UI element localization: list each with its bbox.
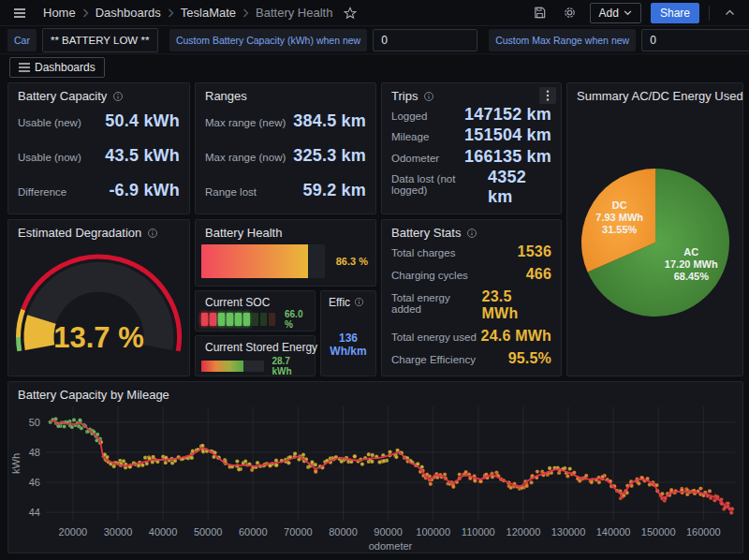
stat-row-value: -6.9 kWh: [109, 181, 180, 200]
svg-text:17.20 MWh: 17.20 MWh: [665, 258, 718, 270]
top-actions: Add Share: [530, 3, 740, 23]
stat-row: Range lost59.2 km: [205, 181, 366, 200]
stat-row-value: 59.2 km: [303, 181, 366, 200]
svg-text:130000: 130000: [551, 526, 586, 538]
lcd-cells: [201, 313, 275, 326]
svg-text:30000: 30000: [104, 526, 133, 538]
bar-gauge-track: [201, 361, 264, 372]
custom-capacity-label: Custom Battery Capacity (kWh) when new: [169, 29, 367, 52]
stat-row: Total energy used24.6 MWh: [391, 328, 551, 345]
svg-text:80000: 80000: [329, 526, 358, 538]
pie-chart: AC17.20 MWh68.45%DC7.93 MWh31.55%: [567, 102, 742, 374]
breadcrumb-dashboards[interactable]: Dashboards: [95, 6, 161, 20]
bar-gauge-track: [201, 244, 325, 278]
panel-title[interactable]: Battery Capacity: [18, 89, 107, 103]
stat-row-label: Max range (new): [205, 117, 286, 128]
divider: [709, 6, 710, 21]
svg-text:46: 46: [29, 477, 40, 488]
svg-text:50000: 50000: [194, 526, 223, 538]
panel-current-stored-energy: Current Stored Energy 28.7 kWh: [195, 335, 316, 376]
star-icon[interactable]: [340, 3, 360, 23]
lcd-cell: [201, 313, 208, 326]
breadcrumb-home[interactable]: Home: [43, 6, 76, 20]
panel-title[interactable]: Battery Stats: [391, 226, 461, 240]
panel-title[interactable]: Summary AC/DC Energy Used: [577, 89, 743, 103]
stat-row-label: Usable (now): [18, 152, 81, 163]
car-variable-value: ** BATTERY LOW **: [51, 35, 149, 46]
breadcrumb-teslamate[interactable]: TeslaMate: [181, 6, 236, 20]
panel-title[interactable]: Estimated Degradation: [18, 226, 141, 240]
stat-row-label: Charging cycles: [391, 270, 468, 281]
share-button[interactable]: Share: [651, 3, 699, 23]
gear-icon[interactable]: [560, 3, 580, 23]
svg-text:44: 44: [29, 507, 40, 518]
panel-title[interactable]: Current SOC: [205, 296, 270, 309]
svg-text:70000: 70000: [284, 526, 313, 538]
panel-title[interactable]: Trips: [391, 89, 418, 103]
stat-rows: Logged147152 kmMileage151504 kmOdometer1…: [391, 104, 551, 208]
info-icon[interactable]: [112, 91, 124, 102]
stat-row-value: 50.4 kWh: [105, 111, 180, 131]
timeseries-chart[interactable]: 4446485020000300004000050000600007000080…: [10, 401, 741, 553]
stat-row: Max range (new)384.5 km: [205, 111, 366, 131]
stat-row-label: Charge Efficiency: [391, 354, 476, 365]
breadcrumb: Home Dashboards TeslaMate Battery Health: [43, 6, 332, 20]
lcd-cell: [243, 313, 250, 326]
chevron-right-icon: [242, 8, 249, 18]
stat-row-label: Odometer: [391, 153, 439, 164]
kebab-menu-icon[interactable]: [539, 87, 556, 104]
save-icon[interactable]: [530, 3, 551, 23]
stat-row: Total charges1536: [391, 243, 551, 260]
stat-row-label: Difference: [18, 186, 66, 198]
list-icon: [19, 63, 30, 72]
info-icon[interactable]: [354, 297, 364, 307]
svg-text:120000: 120000: [507, 526, 541, 538]
svg-text:68.45%: 68.45%: [674, 271, 710, 282]
info-icon[interactable]: [423, 91, 434, 102]
panel-title[interactable]: Current Stored Energy: [205, 341, 317, 354]
custom-range-input[interactable]: [641, 29, 749, 52]
svg-text:7.93 MWh: 7.93 MWh: [595, 212, 643, 223]
stat-row-value: 95.5%: [508, 350, 551, 367]
add-button[interactable]: Add: [590, 3, 641, 23]
bar-gauge-fill: [201, 244, 308, 278]
trend-line: [51, 420, 732, 509]
gauge-threshold-band: [19, 337, 20, 351]
stat-row: Charge Efficiency95.5%: [391, 350, 551, 367]
panel-title[interactable]: Battery Health: [205, 226, 282, 240]
menu-icon[interactable]: [9, 3, 30, 23]
info-icon[interactable]: [147, 228, 158, 239]
gauge-chart: 13.7 %: [8, 241, 189, 374]
stat-row: Mileage151504 km: [391, 125, 551, 145]
panel-title[interactable]: Effic: [329, 296, 350, 309]
stat-row-value: 23.5 MWh: [482, 288, 551, 322]
lcd-cell: [235, 313, 242, 326]
lcd-cell: [210, 313, 216, 326]
top-nav: Home Dashboards TeslaMate Battery Health…: [0, 0, 749, 26]
chevron-up-icon[interactable]: [719, 3, 740, 23]
panel-trips: Trips Logged147152 kmMileage151504 kmOdo…: [381, 82, 562, 214]
panel-title[interactable]: Ranges: [205, 89, 247, 103]
svg-text:AC: AC: [683, 246, 698, 258]
info-icon[interactable]: [466, 228, 477, 239]
y-axis-label: kWh: [10, 453, 22, 474]
stat-row-label: Total energy added: [391, 292, 482, 315]
car-variable-select[interactable]: ** BATTERY LOW **: [42, 28, 158, 52]
stat-row-label: Total charges: [391, 247, 455, 258]
bar-gauge-value: 28.7 kWh: [272, 356, 309, 376]
panel-capacity-by-mileage: Battery Capacity by Mileage 444648502000…: [7, 381, 743, 553]
dashboards-button[interactable]: Dashboards: [9, 57, 105, 78]
lcd-cell: [252, 313, 258, 326]
stat-rows: Usable (new)50.4 kWhUsable (now)43.5 kWh…: [18, 104, 180, 208]
svg-text:40000: 40000: [149, 526, 178, 538]
svg-text:90000: 90000: [374, 526, 403, 538]
chevron-down-icon: [624, 10, 632, 16]
stat-row-value: 166135 km: [464, 147, 551, 167]
dashboards-button-label: Dashboards: [35, 61, 95, 74]
panel-title[interactable]: Battery Capacity by Mileage: [18, 388, 169, 402]
custom-capacity-input[interactable]: [373, 29, 477, 52]
svg-text:150000: 150000: [641, 526, 676, 538]
stat-row: Data lost (not logged)4352 km: [391, 168, 551, 207]
gauge-value-arc: [39, 319, 42, 347]
stat-row: Charging cycles466: [391, 266, 551, 283]
